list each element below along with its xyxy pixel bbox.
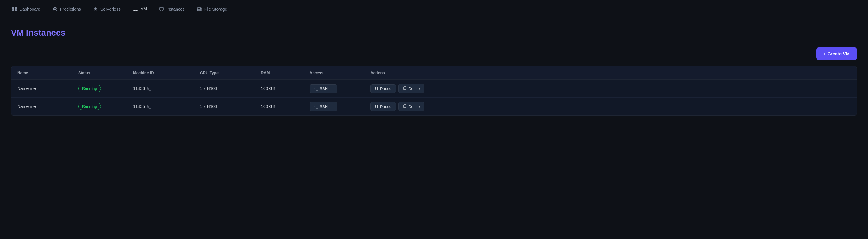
row1-gpu-type: 1 x H100: [200, 86, 261, 91]
table-row: Name me Running 11456 1 x H100 160 GB ›_…: [11, 80, 857, 98]
header-status: Status: [78, 71, 133, 75]
create-vm-button[interactable]: + Create VM: [816, 47, 857, 60]
row1-status-badge: Running: [78, 85, 101, 92]
nav-label-serverless: Serverless: [100, 7, 121, 11]
svg-rect-15: [377, 87, 378, 90]
nav-item-vm[interactable]: VM: [128, 4, 152, 14]
svg-rect-3: [15, 9, 17, 11]
svg-rect-13: [331, 88, 333, 90]
page-title: VM Instances: [11, 28, 857, 38]
row2-status-badge: Running: [78, 103, 101, 110]
row2-pause-label: Pause: [380, 104, 392, 109]
table-header-row: Name Status Machine ID GPU Type RAM Acce…: [11, 66, 857, 80]
svg-point-5: [55, 8, 56, 10]
row1-machine-id-cell: 11456: [133, 86, 200, 91]
instances-icon: [159, 7, 164, 11]
svg-point-10: [200, 8, 201, 8]
svg-rect-16: [149, 106, 151, 108]
svg-rect-1: [15, 7, 17, 9]
pause-icon: [375, 87, 378, 91]
terminal-icon: ›_: [313, 87, 318, 91]
row2-machine-id: 11455: [133, 104, 145, 109]
trash-icon: [403, 86, 407, 91]
svg-rect-7: [160, 7, 163, 10]
row1-pause-label: Pause: [380, 87, 392, 91]
header-machine-id: Machine ID: [133, 71, 200, 75]
row2-status: Running: [78, 103, 133, 110]
header-actions: Actions: [370, 71, 851, 75]
svg-rect-14: [375, 87, 376, 90]
nav-label-file-storage: File Storage: [204, 7, 227, 11]
svg-rect-18: [375, 105, 376, 108]
pause-icon: [375, 104, 378, 109]
file-storage-icon: [197, 7, 202, 11]
row2-pause-button[interactable]: Pause: [370, 102, 396, 111]
row2-name: Name me: [17, 104, 78, 109]
vm-icon: [133, 6, 138, 11]
row2-machine-id-cell: 11455: [133, 104, 200, 109]
row1-actions-cell: Pause Delete: [370, 84, 851, 93]
svg-rect-12: [149, 88, 151, 90]
nav-label-instances: Instances: [166, 7, 185, 11]
nav-item-serverless[interactable]: Serverless: [88, 4, 125, 14]
row1-name: Name me: [17, 86, 78, 91]
row2-ram: 160 GB: [261, 104, 310, 109]
nav-label-dashboard: Dashboard: [20, 7, 40, 11]
nav-label-vm: VM: [141, 6, 147, 11]
row2-delete-button[interactable]: Delete: [398, 102, 425, 111]
row1-status: Running: [78, 85, 133, 92]
dashboard-icon: [12, 7, 17, 11]
nav-label-predictions: Predictions: [60, 7, 81, 11]
row1-machine-id: 11456: [133, 86, 145, 91]
terminal-icon: ›_: [313, 104, 318, 108]
toolbar: + Create VM: [11, 47, 857, 60]
row1-access-cell: ›_ SSH: [310, 84, 370, 93]
row1-pause-button[interactable]: Pause: [370, 84, 396, 93]
svg-rect-6: [133, 7, 138, 10]
row1-ram: 160 GB: [261, 86, 310, 91]
nav-item-instances[interactable]: Instances: [154, 4, 190, 14]
header-ram: RAM: [261, 71, 310, 75]
nav-item-dashboard[interactable]: Dashboard: [7, 4, 45, 14]
header-name: Name: [17, 71, 78, 75]
main-content: VM Instances + Create VM Name Status Mac…: [0, 18, 868, 125]
navigation: Dashboard Predictions Serverless VM: [0, 0, 868, 18]
header-access: Access: [310, 71, 370, 75]
row1-ssh-button[interactable]: ›_ SSH: [310, 84, 337, 93]
row2-ssh-label: SSH: [319, 104, 328, 109]
svg-rect-19: [377, 105, 378, 108]
row2-access-cell: ›_ SSH: [310, 102, 370, 111]
row2-copy-machine-id-icon[interactable]: [147, 105, 151, 108]
nav-item-predictions[interactable]: Predictions: [48, 4, 86, 14]
trash-icon: [403, 104, 407, 109]
row2-ssh-button[interactable]: ›_ SSH: [310, 102, 337, 111]
serverless-icon: [93, 7, 98, 11]
row2-gpu-type: 1 x H100: [200, 104, 261, 109]
row1-delete-label: Delete: [408, 87, 420, 91]
row2-delete-label: Delete: [408, 104, 420, 109]
vm-instances-table: Name Status Machine ID GPU Type RAM Acce…: [11, 66, 857, 115]
row2-copy-ssh-icon[interactable]: [330, 105, 333, 108]
table-row: Name me Running 11455 1 x H100 160 GB ›_…: [11, 98, 857, 115]
svg-rect-2: [12, 9, 14, 11]
row1-copy-machine-id-icon[interactable]: [147, 87, 151, 91]
row1-copy-ssh-icon[interactable]: [330, 87, 333, 90]
predictions-icon: [53, 7, 58, 11]
row2-actions-cell: Pause Delete: [370, 102, 851, 111]
svg-rect-17: [331, 106, 333, 108]
svg-rect-0: [12, 7, 14, 9]
header-gpu-type: GPU Type: [200, 71, 261, 75]
row1-delete-button[interactable]: Delete: [398, 84, 425, 93]
svg-point-11: [200, 10, 201, 10]
nav-item-file-storage[interactable]: File Storage: [192, 4, 232, 14]
row1-ssh-label: SSH: [319, 87, 328, 91]
